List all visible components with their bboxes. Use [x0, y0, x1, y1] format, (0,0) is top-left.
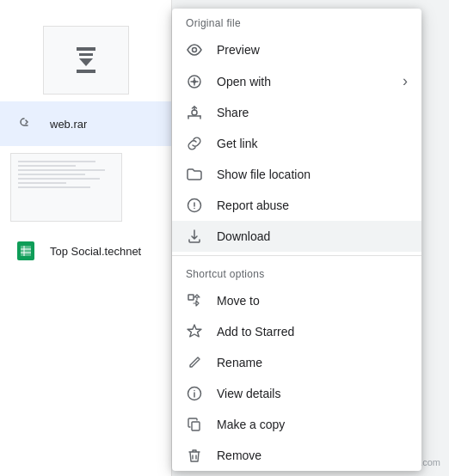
show-location-label: Show file location: [217, 168, 408, 181]
context-menu: Original file Preview Open with ›: [172, 9, 421, 471]
svg-rect-20: [192, 422, 200, 430]
open-with-icon: [186, 73, 203, 90]
rename-icon: [186, 354, 203, 371]
svg-rect-0: [21, 246, 31, 256]
menu-item-show-location[interactable]: Show file location: [172, 159, 421, 190]
menu-item-download[interactable]: Download: [172, 221, 421, 252]
move-icon: [186, 292, 203, 309]
move-to-label: Move to: [217, 294, 408, 308]
make-copy-label: Make a copy: [217, 418, 408, 431]
download-label: Download: [217, 229, 408, 243]
trash-icon: [186, 447, 203, 464]
rename-label: Rename: [217, 356, 408, 369]
view-details-label: View details: [217, 387, 408, 400]
file-name-sheet: Top Social.technet: [50, 245, 141, 258]
menu-item-preview[interactable]: Preview: [172, 34, 421, 65]
file-item-sheet[interactable]: Top Social.technet: [0, 229, 171, 273]
folder-icon: [186, 166, 203, 183]
file-thumbnail-1: [43, 26, 129, 95]
open-with-arrow-icon: ›: [403, 72, 408, 90]
svg-point-19: [194, 390, 195, 392]
info-icon: [186, 385, 203, 402]
report-icon: [186, 197, 203, 214]
preview-label: Preview: [217, 43, 408, 57]
menu-item-make-copy[interactable]: Make a copy: [172, 409, 421, 440]
menu-divider: [172, 255, 421, 256]
menu-item-get-link[interactable]: Get link: [172, 128, 421, 159]
svg-point-15: [194, 208, 195, 210]
svg-rect-16: [188, 295, 194, 300]
menu-item-report[interactable]: Report abuse: [172, 190, 421, 221]
file-item-rar[interactable]: web.rar: [0, 101, 171, 146]
section-label-original: Original file: [172, 9, 421, 34]
link-icon: [186, 135, 203, 152]
remove-label: Remove: [217, 449, 408, 462]
menu-item-rename[interactable]: Rename: [172, 347, 421, 378]
download-icon: [186, 228, 203, 245]
share-label: Share: [217, 106, 408, 119]
star-icon: [186, 323, 203, 340]
open-with-label: Open with: [217, 75, 389, 88]
section-label-shortcut: Shortcut options: [172, 259, 421, 285]
rar-file-icon: [10, 108, 41, 139]
share-icon: [186, 104, 203, 121]
svg-point-4: [193, 48, 197, 52]
starred-label: Add to Starred: [217, 325, 408, 339]
file-thumbnail-2-container: [0, 146, 171, 229]
eye-icon: [186, 41, 203, 58]
file-list-panel: web.rar Top Social.technet: [0, 0, 172, 476]
svg-point-8: [193, 80, 196, 83]
svg-point-9: [192, 110, 197, 115]
menu-item-starred[interactable]: Add to Starred: [172, 316, 421, 347]
get-link-label: Get link: [217, 137, 408, 150]
report-label: Report abuse: [217, 198, 408, 212]
menu-item-move-to[interactable]: Move to: [172, 285, 421, 316]
menu-item-view-details[interactable]: View details: [172, 378, 421, 409]
menu-item-open-with[interactable]: Open with ›: [172, 65, 421, 97]
copy-icon: [186, 416, 203, 433]
menu-item-remove[interactable]: Remove: [172, 440, 421, 471]
file-name-rar: web.rar: [50, 118, 87, 131]
sheet-file-icon: [10, 235, 41, 266]
menu-item-share[interactable]: Share: [172, 97, 421, 128]
